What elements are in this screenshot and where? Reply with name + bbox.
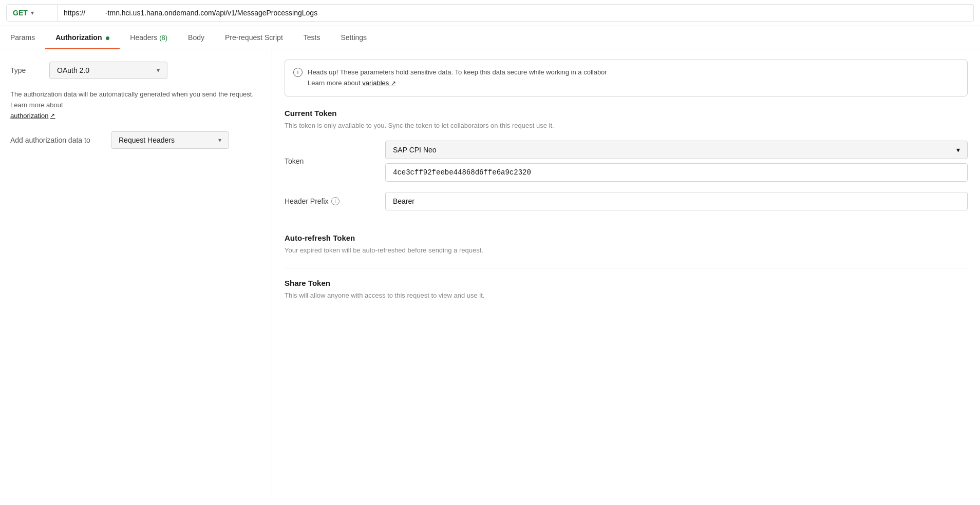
token-value-input[interactable] — [385, 163, 968, 182]
tab-authorization[interactable]: Authorization — [45, 26, 120, 49]
header-prefix-field-label: Header Prefix i — [285, 197, 377, 205]
info-banner-content: Heads up! These parameters hold sensitiv… — [308, 67, 607, 89]
url-input[interactable] — [58, 4, 974, 22]
type-label: Type — [10, 66, 41, 74]
token-select[interactable]: SAP CPI Neo ▾ — [385, 141, 968, 159]
info-banner-icon: i — [293, 68, 303, 77]
authorization-link[interactable]: authorization ↗ — [10, 111, 55, 122]
type-select[interactable]: OAuth 2.0 ▾ — [49, 62, 167, 79]
token-field-row: Token SAP CPI Neo ▾ — [285, 141, 968, 182]
share-token-description: This will allow anyone with access to th… — [285, 290, 968, 301]
token-field-value: SAP CPI Neo ▾ — [385, 141, 968, 182]
method-chevron-icon: ▾ — [31, 9, 34, 16]
info-banner: i Heads up! These parameters hold sensit… — [285, 60, 968, 96]
variables-link[interactable]: variables ↗ — [362, 79, 396, 87]
header-prefix-field-row: Header Prefix i — [285, 192, 968, 210]
url-bar: GET ▾ — [0, 0, 980, 26]
tab-params[interactable]: Params — [0, 26, 45, 49]
header-prefix-info-icon: i — [331, 197, 340, 205]
right-panel: i Heads up! These parameters hold sensit… — [272, 49, 980, 497]
type-row: Type OAuth 2.0 ▾ — [10, 62, 261, 79]
header-prefix-input[interactable] — [385, 192, 968, 210]
auto-refresh-title: Auto-refresh Token — [285, 234, 968, 242]
tabs-bar: Params Authorization Headers (8) Body Pr… — [0, 26, 980, 49]
current-token-title: Current Token — [285, 109, 968, 118]
add-auth-select[interactable]: Request Headers ▾ — [111, 131, 229, 149]
type-select-chevron-icon: ▾ — [157, 67, 160, 74]
add-auth-select-chevron-icon: ▾ — [218, 137, 221, 144]
main-content: Type OAuth 2.0 ▾ The authorization data … — [0, 49, 980, 497]
tab-pre-request-script[interactable]: Pre-request Script — [215, 26, 293, 49]
header-prefix-field-value — [385, 192, 968, 210]
tab-body[interactable]: Body — [178, 26, 215, 49]
add-auth-row: Add authorization data to Request Header… — [10, 131, 261, 149]
auto-refresh-section: Auto-refresh Token Your expired token wi… — [285, 223, 968, 256]
left-panel: Type OAuth 2.0 ▾ The authorization data … — [0, 49, 272, 497]
current-token-section: Current Token This token is only availab… — [285, 109, 968, 211]
method-label: GET — [13, 9, 28, 17]
token-field-label: Token — [285, 157, 377, 165]
add-auth-label: Add authorization data to — [10, 136, 103, 144]
tab-headers[interactable]: Headers (8) — [120, 26, 178, 49]
current-token-subtitle: This token is only available to you. Syn… — [285, 121, 968, 131]
headers-badge: (8) — [159, 34, 167, 42]
method-selector[interactable]: GET ▾ — [6, 4, 58, 22]
auto-refresh-description: Your expired token will be auto-refreshe… — [285, 245, 968, 256]
type-select-value: OAuth 2.0 — [57, 66, 89, 74]
tab-tests[interactable]: Tests — [293, 26, 331, 49]
authorization-active-dot — [106, 36, 109, 40]
token-select-chevron-icon: ▾ — [956, 146, 960, 154]
tab-settings[interactable]: Settings — [330, 26, 377, 49]
description-text: The authorization data will be automatic… — [10, 89, 261, 121]
share-token-title: Share Token — [285, 279, 968, 287]
share-token-section: Share Token This will allow anyone with … — [285, 268, 968, 301]
add-auth-select-value: Request Headers — [119, 136, 175, 144]
authorization-link-arrow-icon: ↗ — [50, 111, 55, 121]
